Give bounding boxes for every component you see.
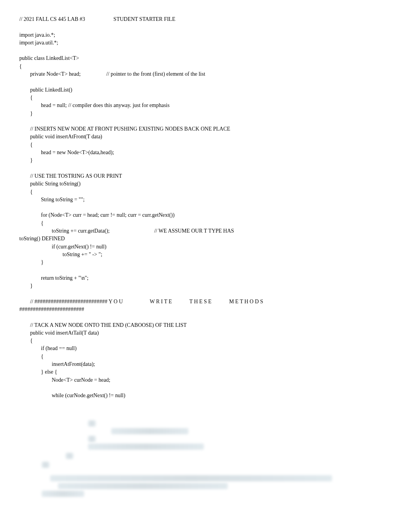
code-line: if (curr.getNext() != null) (19, 243, 391, 251)
code-line (19, 23, 391, 31)
code-line (19, 447, 391, 454)
code-line: for (Node<T> curr = head; curr != null; … (19, 211, 391, 219)
code-listing: // 2021 FALL CS 445 LAB #3 STUDENT START… (19, 15, 391, 494)
code-line: private Node<T> head; // pointer to the … (19, 70, 391, 78)
code-line: } else { (19, 368, 391, 376)
code-line: // 2021 FALL CS 445 LAB #3 STUDENT START… (19, 15, 391, 23)
code-line: public String toString() (19, 180, 391, 188)
code-line (19, 267, 391, 274)
redacted-region (42, 462, 49, 468)
code-line (19, 313, 391, 321)
code-line (19, 400, 391, 408)
redacted-region (58, 483, 228, 489)
code-line: toString += " -> "; (19, 251, 391, 258)
code-line: // USE THE TOSTRING AS OUR PRINT (19, 172, 391, 180)
code-line: { (19, 219, 391, 227)
code-line: toString += curr.getData(); // WE ASSUME… (19, 227, 391, 235)
code-line: { (19, 337, 391, 345)
code-line: { (19, 353, 391, 360)
code-line (19, 165, 391, 172)
code-line: insertAtFront(data); (19, 360, 391, 368)
code-line: public void insertAtTail(T data) (19, 329, 391, 337)
code-line: import java.util.*; (19, 39, 391, 47)
code-line (19, 78, 391, 86)
redacted-region (50, 475, 332, 481)
code-line: { (19, 94, 391, 102)
code-line: head = null; // compiler does this anywa… (19, 102, 391, 109)
code-line: Node<T> curNode = head; (19, 376, 391, 384)
code-line: head = new Node<T>(data,head); (19, 149, 391, 156)
code-line: public class LinkedList<T> (19, 54, 391, 62)
code-line: import java.io.*; (19, 31, 391, 39)
code-line: } (19, 258, 391, 266)
code-line: if (head == null) (19, 345, 391, 352)
code-line: { (19, 188, 391, 196)
code-line: { (19, 141, 391, 149)
code-line (19, 455, 391, 462)
code-line (19, 431, 391, 439)
code-line: // INSERTS NEW NODE AT FRONT PUSHING EXI… (19, 125, 391, 133)
redacted-region (88, 420, 96, 427)
code-line: } (19, 110, 391, 117)
code-line: // TACK A NEW NODE ONTO THE END (CABOOSE… (19, 321, 391, 329)
code-line: { (19, 63, 391, 70)
code-line (19, 384, 391, 392)
code-line: } (19, 282, 391, 290)
code-line (19, 204, 391, 211)
code-line (19, 439, 391, 447)
redacted-region (88, 444, 204, 450)
redacted-region (111, 428, 188, 434)
code-line: String toString = ""; (19, 196, 391, 204)
code-line: return toString + "\n"; (19, 274, 391, 282)
code-line: toString() DEFINED (19, 235, 391, 243)
code-line (19, 408, 391, 415)
code-line: ######################## (19, 306, 391, 313)
redacted-region (42, 491, 84, 497)
redacted-region (66, 453, 73, 459)
code-line: // ########################### Y O U W R… (19, 298, 391, 306)
code-line: } (19, 156, 391, 164)
code-line: public void insertAtFront(T data) (19, 133, 391, 141)
code-line: while (curNode.getNext() != null) (19, 392, 391, 399)
code-line (19, 415, 391, 423)
code-line (19, 117, 391, 125)
redacted-region (88, 436, 96, 442)
code-line: public LinkedList() (19, 86, 391, 94)
code-line (19, 290, 391, 297)
code-line (19, 47, 391, 54)
code-line (19, 462, 391, 470)
code-line (19, 423, 391, 431)
